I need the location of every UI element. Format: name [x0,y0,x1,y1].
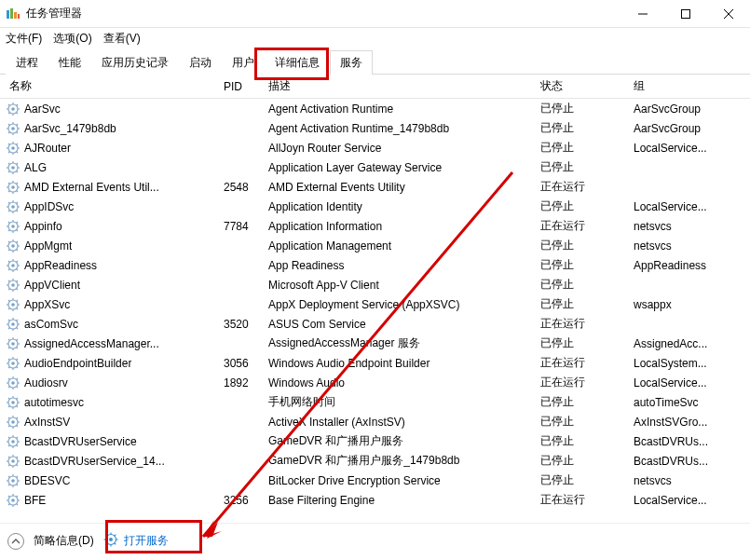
column-header-group[interactable]: 组 [624,78,734,94]
svg-point-219 [109,538,113,541]
menu-file[interactable]: 文件(F) [6,31,42,47]
service-icon [6,493,20,508]
service-name: BDESVC [24,474,70,487]
table-row[interactable]: BFE3256Base Filtering Engine正在运行LocalSer… [0,490,750,510]
service-icon [6,395,20,410]
tab-users[interactable]: 用户 [222,50,265,75]
table-row[interactable]: ALGApplication Layer Gateway Service已停止 [0,157,750,177]
svg-point-79 [11,244,15,248]
service-icon [6,278,20,293]
service-group: AssignedAcc... [624,337,734,350]
svg-line-65 [17,210,19,212]
table-row[interactable]: AxInstSVActiveX Installer (AxInstSV)已停止A… [0,412,750,431]
tab-startup[interactable]: 启动 [179,50,222,75]
column-header-desc[interactable]: 描述 [259,78,531,94]
svg-line-194 [8,457,10,458]
svg-point-99 [11,283,15,287]
svg-line-177 [8,425,10,427]
service-name: AppReadiness [24,259,97,272]
svg-point-39 [11,166,15,170]
svg-point-9 [11,107,15,111]
column-header-pid[interactable]: PID [214,80,259,93]
svg-line-205 [17,484,19,485]
table-row[interactable]: AssignedAccessManager...AssignedAccessMa… [0,334,750,353]
svg-line-226 [114,535,116,537]
table-body[interactable]: AarSvcAgent Activation Runtime已停止AarSvcG… [0,99,750,523]
table-row[interactable]: AarSvc_1479b8dbAgent Activation Runtime_… [0,118,750,138]
table-row[interactable]: AppIDSvcApplication Identity已停止LocalServ… [0,197,750,216]
svg-line-224 [105,535,107,537]
column-header-name[interactable]: 名称 [0,78,214,94]
svg-line-164 [8,398,10,400]
svg-line-74 [8,222,10,224]
table-row[interactable]: AppMgmtApplication Management已停止netsvcs [0,236,750,255]
minimize-button[interactable] [621,0,664,27]
service-name: ALG [24,161,47,174]
table-row[interactable]: Appinfo7784Application Information正在运行ne… [0,216,750,236]
service-desc: GameDVR 和广播用户服务 [259,433,531,449]
table-row[interactable]: AarSvcAgent Activation Runtime已停止AarSvcG… [0,99,750,118]
table-row[interactable]: BcastDVRUserService_14...GameDVR 和广播用户服务… [0,451,750,471]
svg-line-37 [8,151,10,153]
table-row[interactable]: BcastDVRUserServiceGameDVR 和广播用户服务已停止Bca… [0,431,750,451]
service-group: AarSvcGroup [624,122,734,135]
table-row[interactable]: AMD External Events Util...2548AMD Exter… [0,177,750,197]
menu-view[interactable]: 查看(V) [103,31,141,47]
table-row[interactable]: asComSvc3520ASUS Com Service正在运行 [0,314,750,334]
close-button[interactable] [707,0,750,27]
service-name: AssignedAccessManager... [24,337,159,350]
service-desc: Agent Activation Runtime_1479b8db [259,122,531,135]
fewer-details-link[interactable]: 简略信息(D) [34,533,94,549]
service-status: 已停止 [531,198,624,214]
table-row[interactable]: AppVClientMicrosoft App-V Client已停止 [0,275,750,294]
svg-line-197 [8,464,10,466]
gear-icon [103,532,118,550]
svg-line-184 [8,437,10,439]
table-row[interactable]: autotimesvc手机网络时间已停止autoTimeSvc [0,392,750,412]
svg-point-89 [11,264,15,267]
chevron-up-icon[interactable] [7,533,24,550]
titlebar: 任务管理器 [0,0,750,28]
tab-processes[interactable]: 进程 [6,50,48,75]
table-row[interactable]: AppXSvcAppX Deployment Service (AppXSVC)… [0,294,750,314]
svg-line-216 [17,496,19,498]
table-row[interactable]: Audiosrv1892Windows Audio正在运行LocalServic… [0,373,750,392]
tab-details[interactable]: 详细信息 [265,50,330,75]
svg-point-109 [11,303,15,307]
service-group: LocalService... [624,200,734,213]
svg-line-45 [17,171,19,172]
column-header-status[interactable]: 状态 [531,78,624,94]
service-pid: 3256 [214,494,259,507]
svg-line-34 [8,143,10,145]
service-desc: AppX Deployment Service (AppXSVC) [259,298,531,311]
service-status: 已停止 [531,296,624,312]
window-controls [621,0,750,27]
svg-line-26 [17,124,19,126]
open-services-link[interactable]: 打开服务 [103,532,169,550]
service-name: AJRouter [24,142,71,155]
maximize-button[interactable] [664,0,707,27]
svg-line-145 [17,366,19,368]
tab-performance[interactable]: 性能 [48,50,91,75]
svg-line-134 [8,339,10,341]
tab-services[interactable]: 服务 [330,50,373,75]
window-title: 任务管理器 [26,6,621,21]
svg-line-24 [8,124,10,126]
service-icon [6,336,20,351]
table-row[interactable]: BDESVCBitLocker Drive Encryption Service… [0,471,750,490]
table-row[interactable]: AudioEndpointBuilder3056Windows Audio En… [0,353,750,373]
svg-line-76 [17,222,19,224]
service-status: 正在运行 [531,316,624,332]
service-icon [6,434,20,449]
menu-options[interactable]: 选项(O) [53,31,91,47]
tab-app-history[interactable]: 应用历史记录 [91,50,179,75]
table-row[interactable]: AJRouterAllJoyn Router Service已停止LocalSe… [0,138,750,157]
service-name: AMD External Events Util... [24,181,159,194]
service-group: wsappx [624,298,734,311]
svg-point-49 [11,185,15,189]
svg-point-159 [11,401,15,404]
svg-line-27 [8,131,10,133]
table-row[interactable]: AppReadinessApp Readiness已停止AppReadiness [0,255,750,275]
svg-point-69 [11,225,15,228]
service-status: 已停止 [531,257,624,273]
